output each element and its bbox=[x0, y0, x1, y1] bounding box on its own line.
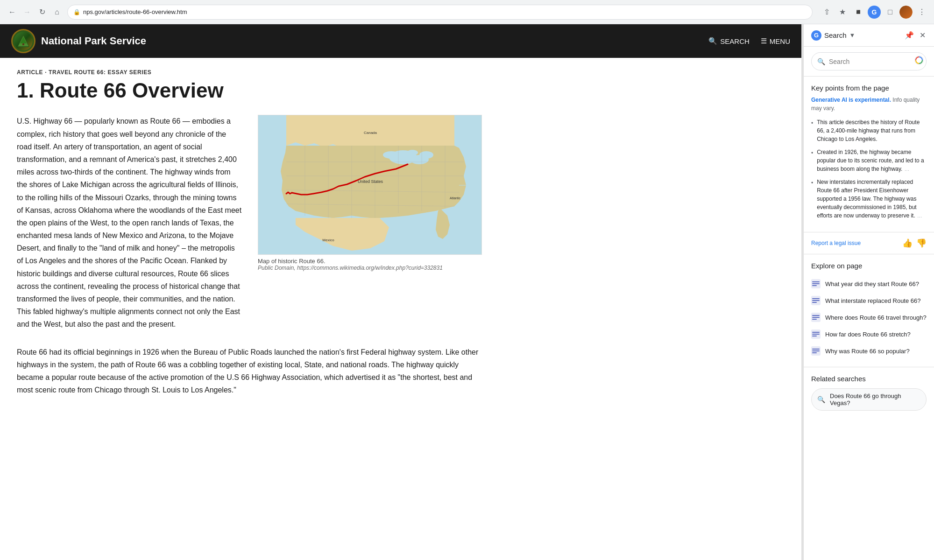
sidebar-search-box: 🔍 bbox=[804, 47, 934, 77]
explore-item-3[interactable]: Where does Route 66 travel through? bbox=[811, 309, 927, 326]
thumbs-up-button[interactable]: 👍 bbox=[902, 238, 913, 248]
nps-emblem-inner bbox=[14, 32, 33, 50]
nps-menu-button[interactable]: ☰ MENU bbox=[761, 37, 790, 45]
article-intro: U.S. Highway 66 — popularly known as Rou… bbox=[17, 115, 482, 330]
key-point-item: • This article describes the history of … bbox=[811, 118, 927, 143]
related-section: Related searches 🔍 Does Route 66 go thro… bbox=[804, 367, 934, 418]
sidebar-title: Search bbox=[824, 31, 847, 39]
svg-rect-30 bbox=[812, 300, 820, 301]
nav-buttons: ← → ↻ ⌂ bbox=[6, 6, 64, 19]
list-icon bbox=[812, 281, 820, 286]
svg-point-9 bbox=[407, 150, 418, 155]
browser-actions: ⇧ ★ ◾ G □ ⋮ bbox=[820, 6, 928, 19]
menu-icon: ☰ bbox=[761, 37, 767, 45]
svg-text:Atlantic: Atlantic bbox=[450, 196, 460, 200]
key-point-text-3: New interstates incrementally replaced R… bbox=[817, 178, 927, 220]
explore-text-2: What interstate replaced Route 66? bbox=[825, 297, 921, 304]
forward-button[interactable]: → bbox=[21, 6, 34, 19]
explore-icon-1 bbox=[811, 279, 821, 288]
map-credit: Public Domain, https://commons.wikimedia… bbox=[258, 265, 482, 271]
explore-text-3: Where does Route 66 travel through? bbox=[825, 314, 927, 321]
feedback-buttons: 👍 👎 bbox=[902, 238, 927, 248]
key-point-text-2: Created in 1926, the highway became popu… bbox=[817, 148, 927, 173]
google-account-button[interactable]: G bbox=[868, 6, 881, 19]
bookmark-button[interactable]: ★ bbox=[836, 6, 849, 19]
key-point-item: • New interstates incrementally replaced… bbox=[811, 178, 927, 220]
explore-item-2[interactable]: What interstate replaced Route 66? bbox=[811, 292, 927, 309]
explore-item-1[interactable]: What year did they start Route 66? bbox=[811, 275, 927, 292]
svg-rect-35 bbox=[812, 332, 820, 333]
reload-button[interactable]: ↻ bbox=[35, 6, 49, 19]
svg-point-8 bbox=[383, 151, 400, 159]
google-sidebar: G Search ▼ 📌 ✕ 🔍 bbox=[803, 24, 934, 560]
key-point-item: • Created in 1926, the highway became po… bbox=[811, 148, 927, 173]
back-button[interactable]: ← bbox=[6, 6, 19, 19]
svg-rect-32 bbox=[812, 315, 820, 316]
expand-icon[interactable]: … bbox=[904, 166, 909, 172]
svg-point-7 bbox=[419, 151, 433, 159]
svg-rect-36 bbox=[812, 334, 820, 335]
svg-rect-39 bbox=[812, 350, 820, 351]
svg-rect-27 bbox=[812, 283, 820, 284]
related-search-item-1[interactable]: 🔍 Does Route 66 go through Vegas? bbox=[811, 388, 927, 411]
list-icon-2 bbox=[812, 298, 820, 303]
sidebar-close-button[interactable]: ✕ bbox=[919, 30, 927, 41]
svg-rect-38 bbox=[812, 349, 820, 350]
profile-avatar[interactable] bbox=[899, 6, 913, 19]
sidebar-header-right: 📌 ✕ bbox=[904, 30, 927, 41]
sidebar-header-left: G Search ▼ bbox=[811, 30, 855, 41]
map-col: United States Mexico Canada Atlantic Map… bbox=[258, 115, 482, 330]
bullet-icon: • bbox=[811, 179, 813, 220]
list-icon-5 bbox=[812, 349, 820, 353]
explore-text-1: What year did they start Route 66? bbox=[825, 280, 919, 287]
explore-section: Explore on page What year did they start… bbox=[804, 254, 934, 367]
browser-chrome: ← → ↻ ⌂ 🔒 nps.gov/articles/route-66-over… bbox=[0, 0, 934, 24]
key-points-section: Key points from the page Generative AI i… bbox=[804, 77, 934, 232]
pin-button[interactable]: 📌 bbox=[904, 30, 915, 41]
google-lens-icon[interactable] bbox=[914, 56, 924, 67]
svg-text:Canada: Canada bbox=[364, 131, 377, 135]
nps-title: National Park Service bbox=[41, 35, 146, 47]
sidebar-header: G Search ▼ 📌 ✕ bbox=[804, 24, 934, 47]
article-label: ARTICLE · TRAVEL ROUTE 66: ESSAY SERIES bbox=[17, 69, 482, 76]
nps-content: ARTICLE · TRAVEL ROUTE 66: ESSAY SERIES … bbox=[0, 58, 504, 560]
explore-item-4[interactable]: How far does Route 66 stretch? bbox=[811, 326, 927, 343]
home-button[interactable]: ⌂ bbox=[50, 6, 64, 19]
svg-text:United States: United States bbox=[358, 179, 383, 184]
sidebar-search-input[interactable] bbox=[829, 58, 911, 65]
route-66-map: United States Mexico Canada Atlantic bbox=[258, 115, 482, 255]
article-intro-text: U.S. Highway 66 — popularly known as Rou… bbox=[17, 115, 243, 330]
extensions-button[interactable]: ◾ bbox=[852, 6, 865, 19]
url-text: nps.gov/articles/route-66-overview.htm bbox=[83, 8, 187, 15]
nps-search-button[interactable]: 🔍 SEARCH bbox=[708, 37, 750, 45]
related-search-text-1: Does Route 66 go through Vegas? bbox=[830, 392, 920, 406]
article-text-col: U.S. Highway 66 — popularly known as Rou… bbox=[17, 115, 243, 330]
bullet-icon: • bbox=[811, 119, 813, 143]
nps-emblem-svg bbox=[16, 34, 30, 48]
list-icon-4 bbox=[812, 332, 820, 336]
key-points-list: • This article describes the history of … bbox=[811, 118, 927, 220]
article-body-text: Route 66 had its official beginnings in … bbox=[17, 346, 482, 397]
article-title: 1. Route 66 Overview bbox=[17, 79, 482, 102]
sidebar-dropdown-icon: ▼ bbox=[849, 32, 856, 39]
legal-link[interactable]: Report a legal issue bbox=[811, 240, 861, 246]
map-caption: Map of historic Route 66. bbox=[258, 258, 482, 265]
nps-logo: National Park Service bbox=[11, 29, 146, 53]
svg-rect-31 bbox=[812, 302, 817, 303]
nps-page: National Park Service 🔍 SEARCH ☰ MENU AR… bbox=[0, 24, 801, 560]
more-menu-button[interactable]: ⋮ bbox=[915, 6, 928, 19]
explore-item-5[interactable]: Why was Route 66 so popular? bbox=[811, 343, 927, 359]
nps-header: National Park Service 🔍 SEARCH ☰ MENU bbox=[0, 24, 801, 58]
map-figure: United States Mexico Canada Atlantic bbox=[258, 115, 482, 255]
explore-text-5: Why was Route 66 so popular? bbox=[825, 348, 910, 355]
svg-rect-29 bbox=[812, 298, 820, 299]
share-button[interactable]: ⇧ bbox=[820, 6, 833, 19]
explore-icon-4 bbox=[811, 329, 821, 339]
svg-text:Mexico: Mexico bbox=[322, 238, 334, 242]
expand-icon-2[interactable]: … bbox=[917, 213, 922, 218]
cast-button[interactable]: □ bbox=[884, 6, 897, 19]
address-bar[interactable]: 🔒 nps.gov/articles/route-66-overview.htm bbox=[67, 5, 813, 20]
lock-icon: 🔒 bbox=[73, 9, 80, 15]
related-title: Related searches bbox=[811, 375, 927, 383]
thumbs-down-button[interactable]: 👎 bbox=[916, 238, 927, 248]
